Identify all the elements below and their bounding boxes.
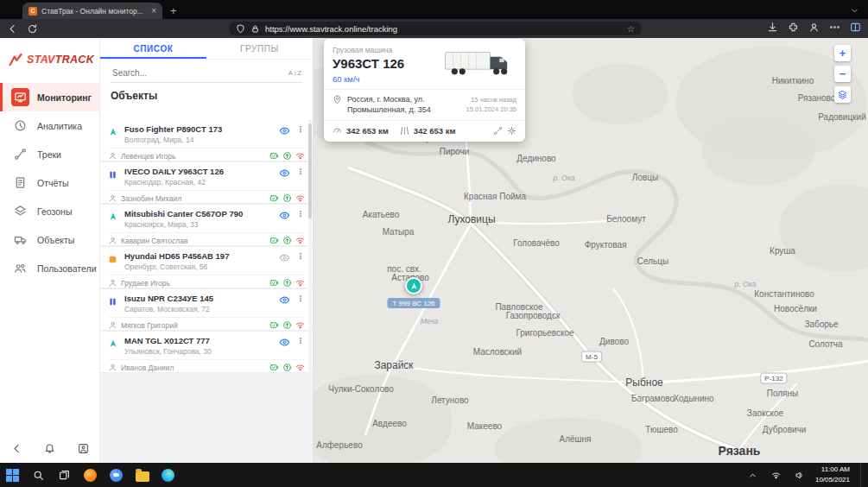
visibility-eye-icon[interactable] [279,337,290,348]
sidebar-item-reports[interactable]: Отчёты [0,168,99,197]
browser-profile-icon[interactable] [808,22,820,33]
zoom-in-button[interactable]: + [834,45,851,61]
vehicle-name: Fuso Fighter Р890СТ 173 [124,124,274,134]
sidebar-item-objects[interactable]: Объекты [0,225,99,254]
map-label: Заокское [747,408,783,418]
connection-signal-icon [295,320,305,330]
volume-icon[interactable] [792,468,807,483]
tab-title: СтавТрак - Онлайн монитор... [41,7,147,16]
vehicle-row[interactable]: Fuso Fighter Р890СТ 173 Волгоград, Мира,… [100,120,313,162]
favorite-star-icon[interactable]: ☆ [627,24,635,34]
browser-menu-icon[interactable] [829,22,840,33]
tab-list[interactable]: СПИСОК [100,38,206,59]
back-icon[interactable] [7,23,18,35]
search-input[interactable] [111,67,288,79]
sidebar-item-analytics[interactable]: Аналитика [0,111,99,140]
new-tab-button[interactable]: + [170,4,177,17]
sensor-ok-icon [269,236,279,245]
file-explorer-icon[interactable] [135,468,149,483]
refresh-icon[interactable] [27,23,38,35]
browser-tab[interactable]: С СтавТрак - Онлайн монитор... × [22,3,162,19]
vehicle-status-icon [108,167,119,187]
card-odometer-row: 342 653 км 342 653 км [324,120,525,142]
movement-arrow-icon [282,193,292,203]
visibility-eye-icon[interactable] [279,252,290,263]
address-bar[interactable]: https://www.stavtrack.online/tracking ☆ [229,22,642,35]
chat-app-icon[interactable] [109,468,124,483]
vehicle-row[interactable]: Mitsubishi Canter С567ОР 790 Красноярск,… [100,205,313,247]
map-label: Заборье [804,319,838,329]
sidebar-item-geozones[interactable]: Геозоны [0,197,99,225]
row-menu-icon[interactable]: ⋮ [296,252,305,261]
sort-toggle[interactable]: A↕Z [288,69,302,77]
tab-close-icon[interactable]: × [151,7,156,16]
row-menu-icon[interactable]: ⋮ [296,168,305,176]
vehicle-row[interactable]: IVECO DAILY У963СТ 126 Краснодар, Красна… [100,162,313,205]
vehicle-row[interactable]: MAN TGL Х012СТ 777 Ульяновск, Гончарова,… [100,332,313,374]
list-scrollbar-thumb[interactable] [308,123,312,218]
wifi-icon[interactable] [769,468,783,483]
sidebar-item-monitoring[interactable]: Мониторинг [0,83,99,111]
connection-signal-icon [295,363,305,372]
start-button-icon[interactable] [5,468,20,483]
gear-icon[interactable] [507,126,516,136]
sidebar-item-label: Треки [37,149,61,160]
sidebar-item-label: Мониторинг [37,92,92,103]
extensions-icon[interactable] [788,22,799,33]
list-scrollbar[interactable] [308,120,312,463]
vehicle-address: Саратов, Московская, 72 [124,305,274,313]
vehicle-name: MAN TGL Х012СТ 777 [124,336,274,345]
tray-chevron-up-icon[interactable] [745,468,760,483]
map-label: Пирочи [440,147,469,156]
vehicle-name: Mitsubishi Canter С567ОР 790 [124,209,274,218]
road-badge: Р-132 [760,373,787,384]
driver-icon [108,193,117,203]
map-layers-button[interactable] [834,86,851,103]
objects-icon [11,231,29,249]
vehicle-row[interactable]: Hyundai HD65 Р456АВ 197 Оренбург, Советс… [100,247,313,289]
map-label: Рязань [719,444,761,458]
split-screen-icon[interactable] [850,22,861,33]
zoom-out-button[interactable]: − [834,66,851,82]
download-icon[interactable] [767,22,778,33]
map-label: Сельцы [637,256,668,266]
road-badge: М-5 [581,351,602,363]
vehicle-status-icon [108,251,119,271]
firefox-icon[interactable] [83,468,98,483]
row-menu-icon[interactable]: ⋮ [296,125,305,134]
tab-list-chevron-icon[interactable] [850,6,859,16]
taskbar-clock[interactable]: 11:00 AM 10/05/2021 [815,465,850,484]
map-label: Солотча [808,339,842,349]
route-icon[interactable] [493,126,503,136]
row-menu-icon[interactable]: ⋮ [296,337,305,345]
row-menu-icon[interactable]: ⋮ [296,210,305,218]
vehicle-row[interactable]: Isuzu NPR С234УЕ 145 Саратов, Московская… [100,289,313,332]
odometer-primary: 342 653 км [346,126,389,136]
tab-groups[interactable]: ГРУППЫ [206,38,313,59]
visibility-eye-icon[interactable] [279,125,290,136]
movement-arrow-icon [282,278,292,288]
sidebar-item-users[interactable]: Пользователи [0,254,99,282]
account-badge-icon[interactable] [78,443,89,454]
visibility-eye-icon[interactable] [279,168,290,179]
app-sidebar: STAVTRACK Мониторинг Аналитика Треки Отч… [0,38,100,463]
sensor-ok-icon [269,278,279,288]
vehicle-address: Ульяновск, Гончарова, 30 [124,347,274,356]
vehicle-marker[interactable] [405,277,422,294]
edge-icon[interactable] [161,468,175,483]
map-label: Летуново [431,395,468,405]
map-label: Рыбное [625,376,662,389]
notifications-bell-icon[interactable] [44,443,55,454]
map-label: Газопроводск [506,311,561,320]
collapse-back-icon[interactable] [11,443,22,454]
sidebar-item-tracks[interactable]: Треки [0,140,99,168]
show-desktop-sliver[interactable] [860,463,863,487]
lock-icon[interactable] [250,24,260,34]
sidebar-item-label: Пользователи [37,263,97,274]
row-menu-icon[interactable]: ⋮ [296,294,305,303]
taskbar-search-icon[interactable] [31,468,46,483]
visibility-eye-icon[interactable] [279,294,290,306]
tracking-shield-icon[interactable] [236,24,245,34]
visibility-eye-icon[interactable] [279,210,290,221]
task-view-icon[interactable] [57,468,72,483]
